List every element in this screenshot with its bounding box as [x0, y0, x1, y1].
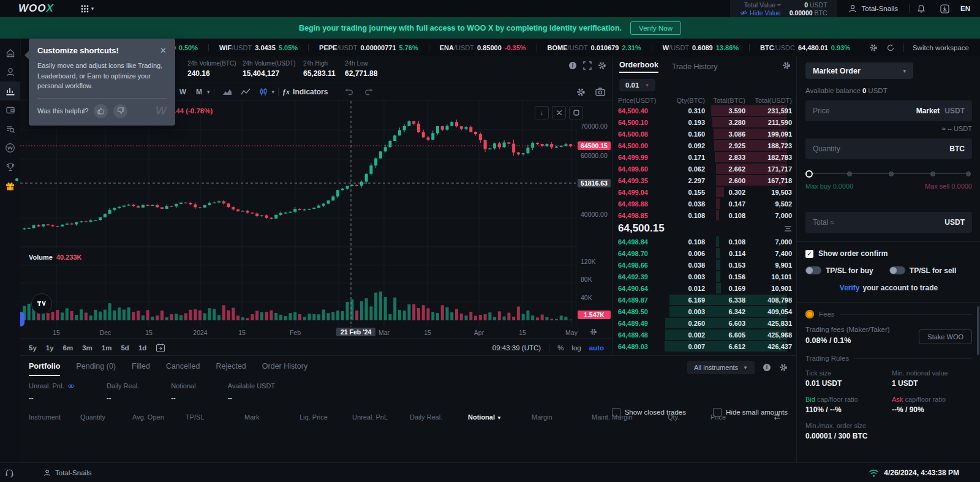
tab-trade-history[interactable]: Trade History	[672, 60, 718, 71]
collapse-scale-button[interactable]	[552, 106, 566, 119]
candlestick-chart-type-icon[interactable]	[255, 88, 272, 96]
ticker-item-btc[interactable]: BTC/USDC64,480.010.93%	[750, 44, 861, 51]
range-button-1d[interactable]: 1d	[138, 344, 146, 352]
orderbook-bid-row[interactable]: 64,489.030.0076.612426,437	[613, 341, 797, 352]
fullscreen-icon[interactable]	[583, 61, 592, 70]
orderbook-bid-row[interactable]: 64,489.876.1696.338408,798	[613, 294, 797, 306]
tab-portfolio[interactable]: Portfolio	[29, 362, 60, 376]
orderbook-bid-row[interactable]: 64,490.640.0120.16910,901	[613, 282, 797, 294]
info-icon[interactable]: i	[568, 61, 577, 70]
range-button-1y[interactable]: 1y	[46, 344, 54, 352]
camera-snapshot-icon[interactable]	[595, 88, 605, 96]
scroll-to-recent-button[interactable]: ↓	[535, 106, 549, 119]
orderbook-bid-row[interactable]: 64,489.490.2606.603425,831	[613, 317, 797, 329]
chart-settings-gear-icon[interactable]	[576, 88, 586, 97]
depth-layout-icon[interactable]	[784, 225, 792, 232]
range-button-5y[interactable]: 5y	[29, 344, 37, 352]
orderbook-settings-gear-icon[interactable]	[782, 61, 791, 70]
col-notional[interactable]: Notional ▼	[468, 413, 532, 421]
range-button-1m[interactable]: 1m	[102, 344, 112, 352]
scrollbar-thumb[interactable]	[977, 306, 979, 355]
candlestick-chart-canvas[interactable]	[20, 101, 576, 327]
auto-scale-button[interactable]: auto	[589, 344, 604, 352]
refresh-icon[interactable]	[886, 43, 895, 52]
orderbook-ask-row[interactable]: 64,498.880.0380.1479,502	[613, 198, 797, 209]
sidebar-item-wallet[interactable]	[0, 100, 20, 119]
axis-settings-icon[interactable]	[590, 328, 597, 336]
hide-value-button[interactable]: Hide Value	[740, 9, 781, 17]
quantity-field[interactable]: Quantity BTC	[805, 138, 972, 159]
orderbook-ask-row[interactable]: 64,499.600.0622.662171,717	[613, 163, 797, 175]
time-axis[interactable]: 21 Feb '24 15Dec15202415FebMar15Apr15May	[20, 327, 612, 338]
sidebar-item-woo-token[interactable]	[0, 138, 20, 157]
range-button-6m[interactable]: 6m	[63, 344, 74, 352]
show-closed-trades-checkbox[interactable]: Show closed trades	[612, 408, 686, 416]
indicators-button[interactable]: ƒxIndicators	[282, 88, 328, 97]
apps-grid-menu[interactable]: ▾	[81, 5, 94, 13]
instrument-filter-dropdown[interactable]: All instruments▼	[687, 361, 755, 374]
account-menu[interactable]: Total-Snails	[837, 4, 909, 13]
tab-pending-[interactable]: Pending (0)	[76, 362, 116, 376]
sidebar-item-home[interactable]	[0, 43, 20, 62]
ticker-item-bome[interactable]: BOME/USDT0.0106792.31%	[537, 44, 652, 51]
timeframe-1w-button[interactable]: W	[175, 88, 191, 96]
utc-clock[interactable]: 09:43:39 (UTC)	[492, 344, 541, 352]
ticker-item-ena[interactable]: ENA/USDT0.85000-0.35%	[429, 44, 537, 51]
switch-workspace-button[interactable]: Switch workspace	[913, 44, 969, 51]
notifications-button[interactable]	[910, 4, 933, 13]
tab-filled[interactable]: Filled	[132, 362, 150, 376]
stake-woo-button[interactable]: Stake WOO	[919, 329, 972, 344]
go-to-date-calendar-icon[interactable]	[156, 343, 165, 352]
chevron-down-icon[interactable]: ▾	[207, 89, 210, 95]
close-icon[interactable]: ✕	[160, 46, 167, 55]
tick-size-dropdown[interactable]: 0.01▼	[619, 79, 655, 91]
sidebar-item-orders[interactable]	[0, 119, 20, 138]
price-axis[interactable]: 70000.0060000.0050000.0040000.00120K80K4…	[576, 101, 613, 327]
range-button-3m[interactable]: 3m	[82, 344, 92, 352]
log-scale-button[interactable]: log	[571, 344, 581, 352]
orderbook-bid-row[interactable]: 64,498.700.0060.1147,400	[613, 247, 797, 259]
total-field[interactable]: Total ≈ USDT	[805, 212, 972, 233]
quantity-slider[interactable]	[805, 169, 972, 178]
sidebar-item-rewards[interactable]	[0, 176, 20, 195]
ticker-item-pepe[interactable]: PEPE/USDT0.000007715.76%	[309, 44, 429, 51]
sidebar-item-trading[interactable]	[0, 81, 20, 100]
sidebar-item-leaderboard[interactable]	[0, 157, 20, 176]
ticker-item-wif[interactable]: WIF/USDT3.04355.05%	[209, 44, 308, 51]
panel-settings-gear-icon[interactable]	[598, 61, 606, 70]
hide-small-amounts-checkbox[interactable]: Hide small amounts	[713, 408, 788, 416]
tab-cancelled[interactable]: Cancelled	[166, 362, 200, 376]
tab-orderbook[interactable]: Orderbook	[619, 58, 658, 73]
orderbook-bid-row[interactable]: 64,498.840.1080.1087,000	[613, 236, 797, 247]
order-type-dropdown[interactable]: Market Order▾	[805, 62, 913, 79]
chevron-down-icon[interactable]: ▾	[272, 89, 275, 95]
range-button-5d[interactable]: 5d	[121, 344, 129, 352]
show-order-confirm-checkbox[interactable]: ✓ Show order confirm	[805, 249, 972, 258]
area-chart-type-icon[interactable]	[218, 88, 236, 96]
tpsl-sell-toggle[interactable]: TP/SL for sell	[889, 266, 956, 275]
verify-link[interactable]: Verify	[840, 284, 860, 292]
line-chart-type-icon[interactable]	[236, 88, 255, 96]
orderbook-ask-row[interactable]: 64,500.080.1603.086199,091	[613, 128, 797, 140]
thumbs-up-button[interactable]	[94, 104, 108, 118]
ticker-settings-gear-icon[interactable]	[869, 43, 878, 52]
tab-order-history[interactable]: Order History	[262, 362, 307, 376]
price-field[interactable]: Price MarketUSDT	[805, 100, 972, 121]
orderbook-bid-row[interactable]: 64,492.390.0030.15610,101	[613, 271, 797, 282]
slider-knob[interactable]	[805, 170, 813, 178]
orderbook-ask-row[interactable]: 64,499.990.1712.833182,783	[613, 151, 797, 163]
thumbs-down-button[interactable]	[113, 104, 127, 118]
orderbook-bid-row[interactable]: 64,489.480.0026.605425,968	[613, 329, 797, 341]
orderbook-bid-row[interactable]: 64,498.660.0380.1539,901	[613, 259, 797, 271]
orderbook-ask-row[interactable]: 64,500.000.0922.925188,723	[613, 140, 797, 151]
tradingview-logo[interactable]	[31, 293, 52, 314]
sidebar-item-profile[interactable]	[0, 62, 20, 81]
tab-rejected[interactable]: Rejected	[216, 362, 246, 376]
downloads-button[interactable]	[933, 4, 957, 13]
language-selector[interactable]: EN	[957, 5, 980, 12]
orderbook-ask-row[interactable]: 64,499.040.1550.30219,503	[613, 186, 797, 198]
support-headset-icon[interactable]	[5, 469, 14, 478]
percent-scale-button[interactable]: %	[557, 344, 564, 352]
undo-icon[interactable]	[341, 88, 359, 96]
replay-handle[interactable]	[20, 312, 24, 326]
